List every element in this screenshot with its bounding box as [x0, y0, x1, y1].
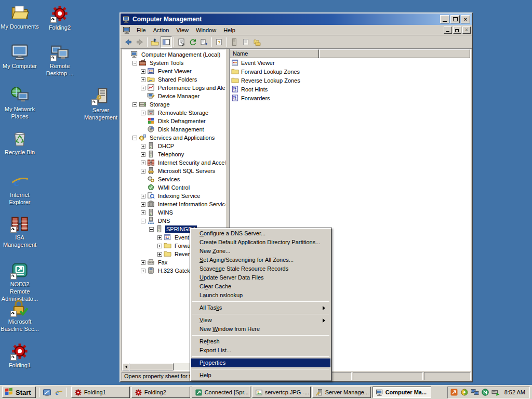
desktop-icon-folding2[interactable]: Folding2	[40, 4, 79, 31]
desktop-icon-recycle-bin[interactable]: Recycle Bin	[0, 129, 39, 156]
task-button-folding2[interactable]: Folding2	[131, 387, 190, 398]
tree-item-computer-management-local-[interactable]: Computer Management (Local)	[122, 50, 225, 59]
task-button-server-manage-[interactable]: Server Manage...	[312, 387, 371, 398]
task-button-computer-ma-[interactable]: Computer Ma...	[373, 387, 431, 398]
console-copy-icon[interactable]	[251, 36, 263, 48]
tree-item-indexing-service[interactable]: Indexing Service	[122, 192, 225, 200]
name-column-header[interactable]: Name	[230, 49, 319, 58]
tree-item-dns[interactable]: DNS	[122, 217, 225, 225]
task-button-connected-spr-[interactable]: Connected [Spr...	[192, 387, 250, 398]
tray-drive-eject-icon[interactable]	[491, 388, 500, 397]
tree-item-wmi-control[interactable]: WMI Control	[122, 183, 225, 192]
mdi-minimize-button[interactable]	[444, 26, 452, 34]
desktop-icon-my-computer[interactable]: My Computer	[0, 43, 39, 70]
context-menu-item-new-zone-[interactable]: New Zone...	[191, 247, 330, 256]
collapse-minus-box[interactable]	[132, 102, 137, 107]
expand-plus-box[interactable]	[141, 77, 145, 82]
desktop-icon-remote[interactable]: RemoteDesktop ...	[40, 43, 79, 77]
tree-item-disk-management[interactable]: Disk Management	[122, 125, 225, 134]
console-doc-icon[interactable]	[240, 36, 251, 48]
menu-file[interactable]: File	[133, 26, 150, 34]
expand-plus-box[interactable]	[157, 252, 162, 257]
expand-plus-box[interactable]	[141, 86, 145, 90]
back-icon[interactable]	[123, 36, 134, 48]
context-menu-item-create-default-application-directory-partitions-[interactable]: Create Default Application Directory Par…	[191, 238, 330, 247]
context-menu-item-refresh[interactable]: Refresh	[191, 337, 330, 346]
start-button[interactable]: Start	[2, 387, 36, 398]
tree-item-wins[interactable]: WINS	[122, 208, 225, 217]
tray-rdp-orange-icon[interactable]	[450, 388, 459, 397]
task-button-servertcp-jpg-[interactable]: servertcp.JPG -...	[252, 387, 311, 398]
tree-item-event-viewer[interactable]: Event Viewer	[122, 67, 225, 75]
tree-item-internet-security-and-accele[interactable]: Internet Security and Accele	[122, 158, 225, 167]
export-list-icon[interactable]	[198, 36, 210, 48]
expand-plus-box[interactable]	[141, 260, 145, 265]
tree-item-removable-storage[interactable]: Removable Storage	[122, 109, 225, 117]
tree-item-shared-folders[interactable]: Shared Folders	[122, 75, 225, 84]
tree-item-services[interactable]: Services	[122, 175, 225, 183]
context-menu-item-help[interactable]: Help	[191, 371, 330, 380]
context-menu-item-all-tasks[interactable]: All Tasks	[191, 303, 330, 312]
show-tree-icon[interactable]	[161, 36, 172, 48]
expand-plus-box[interactable]	[141, 210, 145, 215]
tree-item-services-and-applications[interactable]: Services and Applications	[122, 134, 225, 142]
list-item-reverse-lookup-zones[interactable]: Reverse Lookup Zones	[230, 76, 470, 85]
context-menu-item-properties[interactable]: Properties	[191, 358, 330, 367]
forward-icon[interactable]	[134, 36, 145, 48]
tree-item-telephony[interactable]: Telephony	[122, 150, 225, 158]
collapse-minus-box[interactable]	[141, 219, 145, 223]
tree-item-microsoft-sql-servers[interactable]: Microsoft SQL Servers	[122, 167, 225, 175]
collapse-minus-box[interactable]	[132, 61, 137, 65]
list-item-root-hints[interactable]: 0110Root Hints	[230, 85, 470, 94]
scroll-thumb[interactable]	[129, 363, 174, 370]
context-menu-item-export-list-[interactable]: Export List...	[191, 346, 330, 355]
desktop-icon-folding1[interactable]: Folding1	[0, 342, 39, 369]
menu-help[interactable]: Help	[220, 26, 239, 34]
task-button-folding1[interactable]: Folding1	[71, 387, 130, 398]
tree-item-disk-defragmenter[interactable]: Disk Defragmenter	[122, 117, 225, 125]
context-menu-item-set-aging-scavenging-for-all-zones-[interactable]: Set Aging/Scavenging for All Zones...	[191, 256, 330, 264]
expand-plus-box[interactable]	[141, 161, 145, 165]
menu-action[interactable]: Action	[150, 26, 173, 34]
expand-plus-box[interactable]	[157, 244, 162, 248]
desktop-icon-server[interactable]: ServerManagement	[81, 87, 121, 121]
list-item-event-viewer[interactable]: Event Viewer	[230, 58, 470, 67]
tray-nod32-tray-icon[interactable]	[481, 388, 490, 397]
context-menu-item-new-window-from-here[interactable]: New Window from Here	[191, 325, 330, 334]
menu-window[interactable]: Window	[192, 26, 220, 34]
expand-plus-box[interactable]	[141, 169, 145, 174]
empty-column-header[interactable]	[319, 49, 470, 58]
tree-item-internet-information-service[interactable]: Internet Information Service	[122, 200, 225, 208]
expand-plus-box[interactable]	[141, 144, 145, 149]
expand-plus-box[interactable]	[157, 235, 162, 240]
desktop-icon-my-network[interactable]: My NetworkPlaces	[0, 86, 39, 120]
context-menu-item-clear-cache[interactable]: Clear Cache	[191, 282, 330, 291]
desktop-icon-internet[interactable]: eInternetExplorer	[0, 171, 39, 206]
maximize-button[interactable]	[450, 15, 460, 23]
context-menu-item-view[interactable]: View	[191, 316, 330, 325]
expand-plus-box[interactable]	[141, 69, 145, 74]
desktop-icon-isa[interactable]: ISAManagement	[0, 214, 39, 248]
mdi-restore-button[interactable]	[453, 26, 461, 34]
mdi-close-button[interactable]: ×	[462, 26, 471, 34]
context-menu-item-scavenge-stale-resource-records[interactable]: Scavenge Stale Resource Records	[191, 264, 330, 273]
scroll-left-button[interactable]	[122, 363, 129, 370]
expand-plus-box[interactable]	[141, 152, 145, 157]
tree-item-storage[interactable]: Storage	[122, 100, 225, 109]
tree-item-device-manager[interactable]: Device Manager	[122, 92, 225, 100]
collapse-minus-box[interactable]	[149, 227, 154, 232]
desktop-icon-nod32-remote[interactable]: NOD32 RemoteAdministrato...	[0, 261, 39, 302]
tree-item-dhcp[interactable]: DHCP	[122, 142, 225, 150]
console-server-icon[interactable]	[229, 36, 240, 48]
collapse-minus-box[interactable]	[132, 136, 137, 140]
properties-icon[interactable]	[176, 36, 187, 48]
list-item-forwarders[interactable]: 0110Forwarders	[230, 94, 470, 102]
context-menu-item-update-server-data-files[interactable]: Update Server Data Files	[191, 273, 330, 282]
list-item-forward-lookup-zones[interactable]: Forward Lookup Zones	[230, 67, 470, 76]
title-bar[interactable]: Computer Management ×	[121, 14, 472, 25]
tray-network-tray-icon[interactable]	[471, 388, 480, 397]
quick-launch-internet-explorer-icon[interactable]: e	[53, 387, 64, 398]
help-icon[interactable]: ?	[214, 36, 225, 48]
expand-plus-box[interactable]	[141, 269, 145, 273]
quick-launch-show-desktop-icon[interactable]	[42, 387, 53, 398]
